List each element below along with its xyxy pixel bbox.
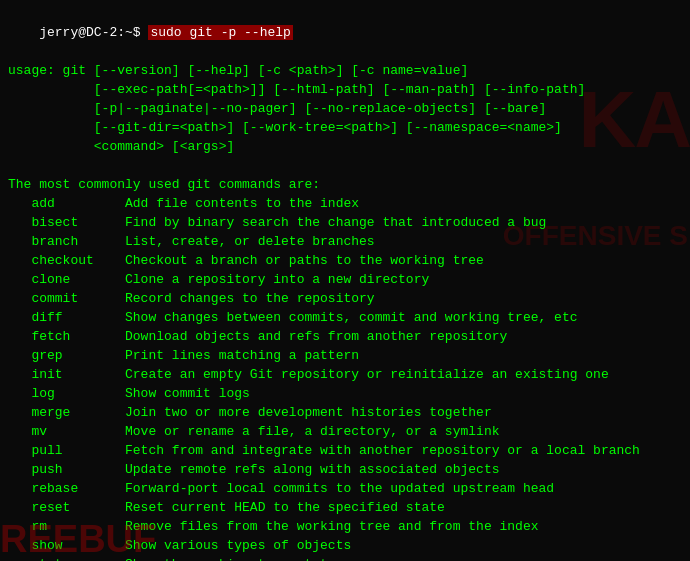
usage-line-5: <command> [<args>] [8, 137, 682, 156]
prompt-user: jerry@DC-2:~$ [39, 25, 148, 40]
cmd-pull: pull Fetch from and integrate with anoth… [8, 441, 682, 460]
command-highlight: sudo git -p --help [148, 25, 292, 40]
cmd-push: push Update remote refs along with assoc… [8, 460, 682, 479]
cmd-clone: clone Clone a repository into a new dire… [8, 270, 682, 289]
cmd-mv: mv Move or rename a file, a directory, o… [8, 422, 682, 441]
terminal: KA OFFENSIVE S REEBUF jerry@DC-2:~$ sudo… [0, 0, 690, 561]
cmd-log: log Show commit logs [8, 384, 682, 403]
cmd-status: status Show the working tree status [8, 555, 682, 561]
usage-line-3: [-p|--paginate|--no-pager] [--no-replace… [8, 99, 682, 118]
cmd-fetch: fetch Download objects and refs from ano… [8, 327, 682, 346]
usage-line-1: usage: git [--version] [--help] [-c <pat… [8, 61, 682, 80]
cmd-checkout: checkout Checkout a branch or paths to t… [8, 251, 682, 270]
prompt-line-1: jerry@DC-2:~$ sudo git -p --help [8, 4, 682, 61]
cmd-init: init Create an empty Git repository or r… [8, 365, 682, 384]
cmd-rm: rm Remove files from the working tree an… [8, 517, 682, 536]
cmd-grep: grep Print lines matching a pattern [8, 346, 682, 365]
cmd-bisect: bisect Find by binary search the change … [8, 213, 682, 232]
blank-line-1 [8, 156, 682, 175]
cmd-add: add Add file contents to the index [8, 194, 682, 213]
cmd-rebase: rebase Forward-port local commits to the… [8, 479, 682, 498]
usage-line-2: [--exec-path[=<path>]] [--html-path] [--… [8, 80, 682, 99]
cmd-reset: reset Reset current HEAD to the specifie… [8, 498, 682, 517]
usage-line-4: [--git-dir=<path>] [--work-tree=<path>] … [8, 118, 682, 137]
cmd-merge: merge Join two or more development histo… [8, 403, 682, 422]
cmd-diff: diff Show changes between commits, commi… [8, 308, 682, 327]
cmd-show: show Show various types of objects [8, 536, 682, 555]
cmd-commit: commit Record changes to the repository [8, 289, 682, 308]
cmd-branch: branch List, create, or delete branches [8, 232, 682, 251]
git-commands-header: The most commonly used git commands are: [8, 175, 682, 194]
